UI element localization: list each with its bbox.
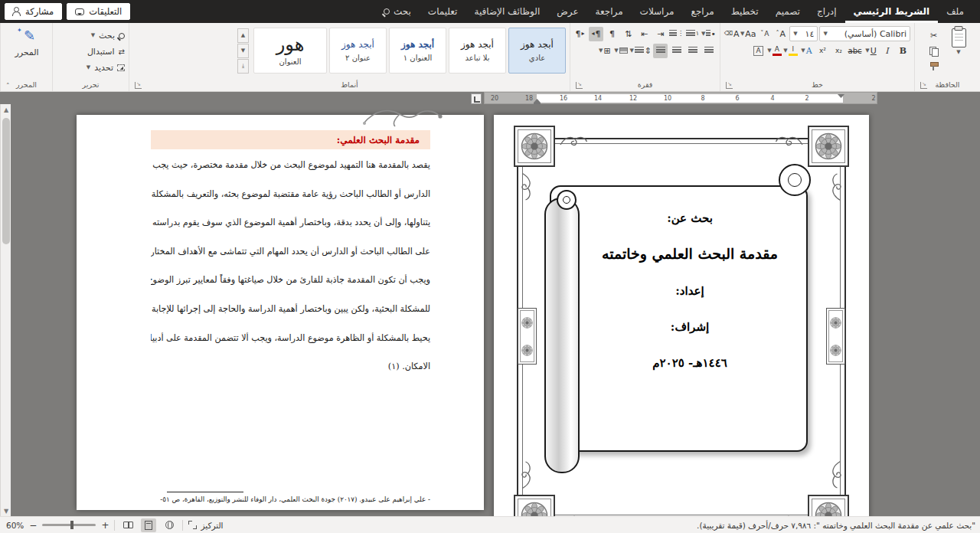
content-page[interactable]: مقدمة البحث العلمي: يقصد بالمقدمة هنا ال… <box>77 115 484 510</box>
clear-formatting-button[interactable]: A⌫ <box>724 27 739 41</box>
comments-button[interactable]: التعليقات <box>67 3 130 20</box>
tab-home[interactable]: الشريط الرئيسي <box>845 0 939 23</box>
styles-scroll-up-button[interactable]: ▲ <box>237 28 249 43</box>
tab-review[interactable]: مراجعة <box>587 0 632 23</box>
select-button[interactable]: تحديد ▼ <box>57 60 125 75</box>
italic-button[interactable]: I <box>880 44 894 58</box>
align-right-button[interactable] <box>701 44 716 58</box>
styles-more-button[interactable]: ⤓ <box>237 59 249 74</box>
numbering-button[interactable]: ١ <box>685 27 700 41</box>
bullets-button[interactable]: •▼ <box>701 27 716 41</box>
paste-button[interactable]: ▼ <box>941 25 976 74</box>
character-count[interactable]: "بحث علمي عن مقدمة البحث العلمي وخاتمته … <box>689 521 980 530</box>
tab-layout[interactable]: تخطيط <box>723 0 767 23</box>
print-layout-button[interactable] <box>141 518 156 532</box>
change-case-button[interactable]: Aa▼ <box>740 27 756 41</box>
ruler-band[interactable] <box>537 94 843 103</box>
styles-scroll-down-button[interactable]: ▼ <box>237 44 249 58</box>
text-line[interactable]: يقصد بالمقدمة هنا التمهيد لموضوع البحث م… <box>151 151 430 180</box>
tab-addins[interactable]: الوظائف الإضافية <box>466 0 548 23</box>
font-name-combobox[interactable]: Calibri (أساسي) ▼ <box>819 26 910 41</box>
cut-button[interactable]: ✂ <box>926 28 941 43</box>
style-heading1[interactable]: أبجد هوز العنوان ١ <box>389 28 446 74</box>
line-spacing-button[interactable]: ⇕▼ <box>629 44 652 58</box>
horizontal-ruler[interactable]: 2 2 4 6 8 10 12 14 16 18 20 <box>484 92 877 104</box>
scroll-down-icon[interactable]: ▼ <box>1 505 11 516</box>
text-line[interactable]: الدارس أو الطالب الباحث رؤية عامة مقتضبة… <box>151 180 430 209</box>
cover-title[interactable]: مقدمة البحث العلمي وخاتمته <box>602 245 778 262</box>
tab-references[interactable]: مراجع <box>683 0 723 23</box>
cover-date[interactable]: ١٤٤٦هـ- ٢٠٢٥م <box>652 356 727 370</box>
scroll-up-icon[interactable]: ▲ <box>1 104 11 115</box>
style-no-spacing[interactable]: أبجد هوز بلا تباعد <box>449 28 506 74</box>
cover-line[interactable]: إشراف: <box>671 320 709 334</box>
cover-line[interactable]: بحث عن: <box>667 211 713 225</box>
increase-indent-button[interactable]: ⇤ <box>637 27 652 41</box>
font-size-combobox[interactable]: ١٤ ▼ <box>789 26 818 41</box>
highlight-color-button[interactable]: ا ▼ <box>783 44 798 58</box>
footnote-text[interactable]: - علي إبراهيم على عبيدو. (٢٠١٧) جودة الب… <box>151 495 430 503</box>
text-line[interactable]: يتناولها، وإلى أن يحدد بدقة، وباختصار أه… <box>151 208 430 237</box>
zoom-out-button[interactable]: − <box>29 520 37 531</box>
font-color-button[interactable]: A ▼ <box>767 44 782 58</box>
subscript-button[interactable]: x₂ <box>831 44 846 58</box>
font-dialog-launcher[interactable]: ↘ <box>726 82 733 89</box>
rtl-direction-button[interactable]: ¶◂ <box>589 27 603 41</box>
show-marks-button[interactable]: ¶ <box>605 27 619 41</box>
document-heading[interactable]: مقدمة البحث العلمي: <box>151 130 430 149</box>
tab-mailings[interactable]: مراسلات <box>632 0 683 23</box>
paste-caret-icon[interactable]: ▼ <box>956 50 960 55</box>
grow-font-button[interactable]: A˄ <box>773 27 788 41</box>
borders-button[interactable]: ⊞▼ <box>597 44 612 58</box>
text-line[interactable]: للمشكلة البحثية، ولكن يبين وباختصار أهمي… <box>151 295 430 324</box>
underline-button[interactable]: U▼ <box>864 44 878 58</box>
tab-insert[interactable]: إدراج <box>808 0 845 23</box>
zoom-slider-thumb[interactable] <box>70 521 74 529</box>
style-heading2[interactable]: أبجد هوز عنوان ٢ <box>329 28 387 74</box>
zoom-slider[interactable] <box>42 524 96 526</box>
share-button[interactable]: مشاركة <box>5 3 62 20</box>
clipboard-dialog-launcher[interactable]: ↘ <box>920 82 927 89</box>
tab-design[interactable]: تصميم <box>767 0 808 23</box>
paragraph-dialog-launcher[interactable]: ↘ <box>576 82 583 89</box>
tab-help[interactable]: تعليمات <box>420 0 466 23</box>
vertical-scrollbar[interactable]: ▲ ▼ <box>0 104 11 516</box>
bold-button[interactable]: B <box>896 44 910 58</box>
justify-button[interactable] <box>653 44 668 58</box>
read-mode-button[interactable] <box>120 518 136 532</box>
editor-button[interactable]: ✎✦ المحرر <box>5 25 48 57</box>
cover-page[interactable]: بحث عن: مقدمة البحث العلمي وخاتمته إعداد… <box>494 115 869 516</box>
multilevel-list-button[interactable]: ⋮ <box>669 27 684 41</box>
text-line[interactable]: الامكان. (١) <box>151 352 430 381</box>
format-painter-button[interactable] <box>926 59 941 74</box>
style-title[interactable]: هور العنوان <box>253 28 327 74</box>
text-line[interactable]: يحيط بالمشكلة أو الظاهرة موضوع الدراسة، … <box>151 324 430 353</box>
shading-button[interactable]: ▼ <box>613 44 628 58</box>
sort-button[interactable]: ⇅ <box>621 27 635 41</box>
tab-file[interactable]: ملف <box>938 0 972 23</box>
decrease-indent-button[interactable]: ⇥ <box>653 27 668 41</box>
superscript-button[interactable]: x² <box>815 44 830 58</box>
align-left-button[interactable] <box>669 44 684 58</box>
enclose-characters-button[interactable]: A <box>751 44 766 58</box>
styles-dialog-launcher[interactable]: ↘ <box>135 82 142 89</box>
copy-button[interactable] <box>926 44 941 58</box>
document-body[interactable]: يقصد بالمقدمة هنا التمهيد لموضوع البحث م… <box>151 151 430 381</box>
strikethrough-button[interactable]: abc <box>848 44 862 58</box>
focus-button[interactable]: التركيز <box>188 521 223 530</box>
zoom-level[interactable]: 60% <box>6 521 24 530</box>
scrollbar-thumb[interactable] <box>2 118 10 244</box>
tab-view[interactable]: عرض <box>548 0 586 23</box>
shrink-font-button[interactable]: A˅ <box>757 27 772 41</box>
collapse-ribbon-icon[interactable]: ˄ <box>6 82 10 90</box>
ltr-direction-button[interactable]: ▸¶ <box>573 27 587 41</box>
text-line[interactable]: على الطالب الباحث أو الدارس أن يحدد المه… <box>151 237 430 266</box>
replace-button[interactable]: ⇄ استبدال <box>57 44 125 59</box>
web-layout-button[interactable] <box>162 518 177 532</box>
align-center-button[interactable] <box>685 44 700 58</box>
cover-line[interactable]: إعداد: <box>675 284 704 298</box>
text-line[interactable]: ويجب أن تكون المقدمة جاذبة للقارئ من خلا… <box>151 266 430 295</box>
zoom-in-button[interactable]: + <box>101 520 109 531</box>
text-effects-button[interactable]: A▼ <box>799 44 814 58</box>
tab-search[interactable]: بحث <box>375 0 420 23</box>
